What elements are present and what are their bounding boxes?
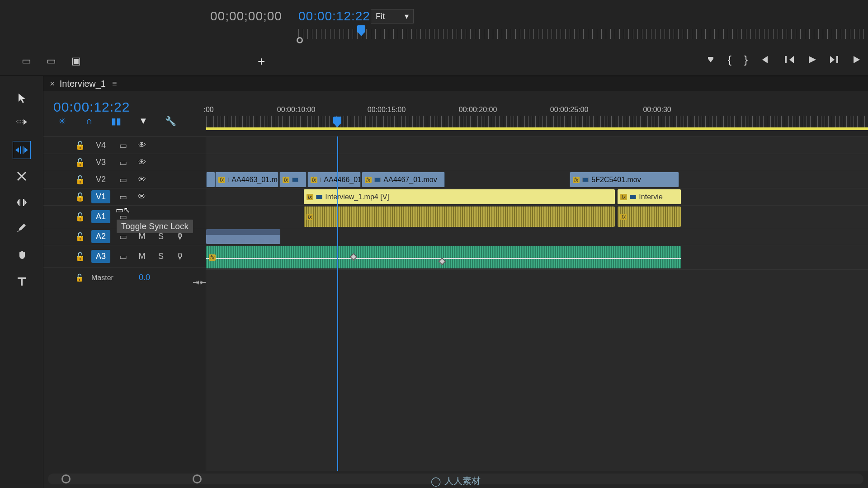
scroll-handle-right[interactable]: [193, 474, 202, 483]
track-name[interactable]: V3: [91, 156, 110, 169]
track-select-tool[interactable]: [13, 115, 31, 133]
scroll-handle-left[interactable]: [61, 474, 71, 483]
time-ruler[interactable]: :00 00:00:10:00 00:00:15:00 00:00:20:00 …: [206, 106, 868, 137]
solo-button[interactable]: S: [155, 252, 167, 261]
playhead-marker[interactable]: [333, 117, 341, 124]
lock-icon[interactable]: 🔓: [75, 192, 85, 202]
audio-clip[interactable]: fx: [304, 206, 615, 227]
track-name[interactable]: A2: [91, 230, 110, 243]
hand-tool[interactable]: [13, 246, 31, 264]
out-bracket-icon[interactable]: }: [744, 53, 748, 66]
audio-clip[interactable]: fx: [618, 206, 681, 227]
work-area-bar[interactable]: [206, 127, 868, 130]
lock-icon[interactable]: 🔓: [75, 212, 85, 222]
voiceover-icon[interactable]: 🎙: [174, 252, 186, 261]
track-name[interactable]: A1: [91, 210, 110, 223]
video-clip[interactable]: fx AA4467_01.mov: [362, 172, 445, 187]
track-a3-header[interactable]: 🔓 A3 ▭ M S 🎙: [43, 245, 206, 267]
razor-tool[interactable]: [13, 167, 31, 185]
program-timecode: 00:00:12:22: [298, 9, 370, 23]
sync-lock-icon[interactable]: ▭: [117, 192, 129, 202]
sync-lock-icon[interactable]: ▭: [117, 141, 129, 150]
eye-icon[interactable]: 👁: [136, 141, 148, 150]
sequence-name[interactable]: Interview_1: [60, 79, 106, 89]
sync-lock-icon[interactable]: ▭: [117, 175, 129, 185]
add-marker-button[interactable]: +: [258, 54, 265, 69]
solo-button[interactable]: S: [155, 232, 167, 241]
track-v1-header[interactable]: 🔓 V1 ▭ 👁: [43, 188, 206, 205]
slip-tool[interactable]: [13, 193, 31, 211]
selection-tool[interactable]: [13, 89, 31, 107]
sync-lock-icon[interactable]: ▭: [117, 252, 129, 262]
lock-icon[interactable]: 🔓: [75, 175, 85, 185]
step-back-icon[interactable]: [784, 55, 795, 64]
export-frame-icon[interactable]: ▣: [71, 55, 81, 67]
track-v4-header[interactable]: 🔓 V4 ▭ 👁: [43, 136, 206, 154]
timeline-timecode[interactable]: 00:00:12:22: [53, 99, 130, 115]
play-icon[interactable]: [807, 55, 816, 64]
video-clip[interactable]: fx Interview_1.mp4 [V]: [304, 189, 615, 204]
track-name[interactable]: V2: [91, 173, 110, 186]
ripple-edit-tool[interactable]: [13, 141, 31, 159]
zoom-fit-dropdown[interactable]: Fit ▾: [371, 9, 414, 23]
mute-button[interactable]: M: [136, 252, 148, 261]
audio-clip[interactable]: [206, 229, 280, 244]
pen-tool[interactable]: [13, 220, 31, 238]
settings-icon[interactable]: 🔧: [164, 116, 177, 127]
lane-master[interactable]: [206, 269, 868, 289]
lock-icon[interactable]: 🔓: [75, 232, 85, 242]
overwrite-icon[interactable]: ▭: [47, 55, 56, 67]
lane-a3[interactable]: fx: [206, 245, 868, 269]
go-to-in-icon[interactable]: [760, 55, 771, 64]
eye-icon[interactable]: 👁: [136, 192, 148, 202]
audio-clip[interactable]: fx: [206, 246, 681, 268]
lane-a2[interactable]: [206, 228, 868, 245]
video-clip[interactable]: fx: [279, 172, 307, 187]
in-bracket-icon[interactable]: {: [728, 53, 731, 66]
track-name[interactable]: V1: [91, 190, 110, 203]
video-clip[interactable]: fx AA4466_01.: [307, 172, 361, 187]
video-clip[interactable]: fx AA4463_01.mo: [215, 172, 278, 187]
program-zoom-thumb[interactable]: [357, 25, 365, 33]
mark-in-icon[interactable]: [706, 55, 715, 64]
panel-menu-icon[interactable]: ≡: [112, 79, 117, 89]
video-clip[interactable]: [206, 172, 215, 187]
master-track-header[interactable]: 🔓 Master 0.0: [43, 267, 206, 287]
insert-icon[interactable]: ▭: [22, 55, 31, 67]
program-zoom-ruler[interactable]: [298, 29, 868, 39]
track-content[interactable]: fx AA4463_01.mo fx fx AA4466_01. fx: [206, 136, 868, 471]
master-volume[interactable]: 0.0: [139, 273, 150, 282]
clip-label: 5F2C5401.mov: [591, 176, 641, 184]
marker-icon[interactable]: ▼: [137, 116, 150, 127]
mute-button[interactable]: M: [136, 232, 148, 241]
add-marker-icon[interactable]: ▮▮: [109, 116, 123, 127]
voiceover-icon[interactable]: 🎙: [174, 232, 186, 241]
collapse-tracks-icon[interactable]: ⇥⇤: [193, 277, 206, 287]
close-tab-icon[interactable]: ×: [50, 79, 55, 89]
eye-icon[interactable]: 👁: [136, 158, 148, 167]
lane-v3[interactable]: [206, 154, 868, 171]
playhead-line[interactable]: [337, 136, 338, 471]
video-clip[interactable]: fx Intervie: [618, 189, 681, 204]
program-zoom-handle[interactable]: [297, 37, 303, 43]
track-name[interactable]: A3: [91, 250, 110, 263]
linked-selection-icon[interactable]: ∩: [82, 116, 96, 127]
lock-icon[interactable]: 🔓: [75, 273, 84, 282]
lock-icon[interactable]: 🔓: [75, 141, 85, 150]
sync-lock-icon[interactable]: ▭: [117, 158, 129, 168]
type-tool[interactable]: [13, 272, 31, 290]
track-v3-header[interactable]: 🔓 V3 ▭ 👁: [43, 154, 206, 171]
lane-v2[interactable]: fx AA4463_01.mo fx fx AA4466_01. fx: [206, 171, 868, 188]
step-fwd-icon[interactable]: [829, 55, 840, 64]
lane-v1[interactable]: fx Interview_1.mp4 [V] fx Intervie: [206, 188, 868, 205]
go-to-out-icon[interactable]: [853, 55, 863, 64]
lock-icon[interactable]: 🔓: [75, 158, 85, 168]
eye-icon[interactable]: 👁: [136, 175, 148, 184]
lane-a1[interactable]: fx fx: [206, 205, 868, 228]
video-clip[interactable]: fx 5F2C5401.mov: [570, 172, 679, 187]
track-name[interactable]: V4: [91, 139, 110, 152]
snap-icon[interactable]: ✳: [55, 116, 69, 127]
lane-v4[interactable]: [206, 136, 868, 154]
lock-icon[interactable]: 🔓: [75, 252, 85, 262]
track-v2-header[interactable]: 🔓 V2 ▭ 👁: [43, 171, 206, 188]
